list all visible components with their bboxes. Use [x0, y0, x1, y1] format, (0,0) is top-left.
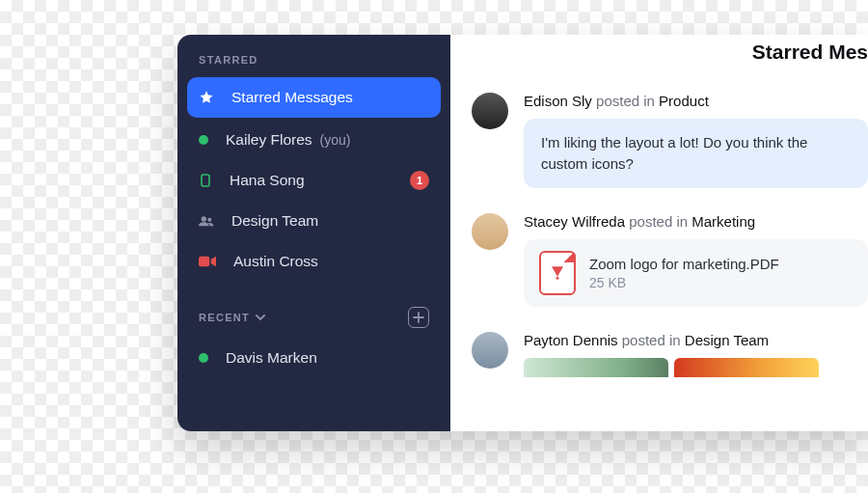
svg-rect-0	[202, 175, 209, 186]
add-recent-button[interactable]	[408, 307, 429, 328]
file-size: 25 KB	[589, 275, 779, 290]
sidebar-item-label: Design Team	[231, 212, 318, 230]
main-panel: Starred Mes Edison Sly posted in Product…	[450, 35, 868, 431]
post-author[interactable]: Stacey Wilfreda	[524, 213, 625, 230]
team-icon	[199, 214, 214, 228]
svg-point-2	[207, 218, 211, 222]
video-icon	[199, 255, 216, 268]
feed-post: Edison Sly posted in Product I'm liking …	[472, 93, 868, 188]
section-header-recent[interactable]: RECENT	[177, 303, 450, 338]
sidebar-item-kailey-flores[interactable]: Kailey Flores (you)	[177, 120, 450, 160]
you-marker: (you)	[320, 132, 351, 148]
post-verb: posted in	[596, 93, 655, 109]
image-thumbnail[interactable]	[674, 358, 819, 377]
sidebar-item-hana-song[interactable]: Hana Song 1	[177, 160, 450, 201]
sidebar-item-davis-marken[interactable]: Davis Marken	[177, 338, 450, 378]
section-header-label: STARRED	[199, 54, 258, 66]
post-header: Edison Sly posted in Product	[524, 93, 868, 109]
sidebar-item-label: Hana Song	[230, 172, 305, 189]
avatar	[472, 93, 508, 129]
file-attachment[interactable]: Zoom logo for marketing.PDF 25 KB	[524, 239, 868, 307]
message-feed: Edison Sly posted in Product I'm liking …	[450, 35, 868, 377]
post-header: Stacey Wilfreda posted in Marketing	[524, 213, 868, 230]
presence-online-icon	[199, 353, 208, 363]
presence-online-icon	[199, 135, 208, 145]
page-title: Starred Mes	[752, 41, 868, 64]
unread-badge: 1	[410, 171, 429, 190]
post-author[interactable]: Edison Sly	[524, 93, 592, 109]
post-context[interactable]: Product	[659, 93, 709, 109]
svg-rect-3	[199, 257, 209, 267]
post-author[interactable]: Payton Dennis	[524, 332, 618, 348]
section-header-starred: STARRED	[177, 50, 450, 75]
sidebar-item-starred-messages[interactable]: Starred Messages	[187, 77, 441, 118]
avatar	[472, 213, 508, 250]
image-strip[interactable]	[524, 358, 868, 377]
phone-presence-icon	[199, 174, 212, 187]
sidebar: STARRED Starred Messages Kailey Flores (…	[177, 35, 450, 431]
avatar	[472, 332, 508, 369]
sidebar-item-design-team[interactable]: Design Team	[177, 201, 450, 241]
feed-post: Payton Dennis posted in Design Team	[472, 332, 868, 377]
image-thumbnail[interactable]	[524, 358, 668, 377]
sidebar-item-label: Starred Messages	[231, 89, 353, 106]
post-context[interactable]: Marketing	[692, 213, 755, 230]
sidebar-item-label: Kailey Flores	[226, 131, 312, 149]
svg-point-1	[202, 216, 206, 221]
section-header-label: RECENT	[199, 312, 250, 323]
svg-point-4	[556, 276, 559, 279]
message-bubble[interactable]: I'm liking the layout a lot! Do you thin…	[524, 119, 868, 188]
plus-icon	[413, 312, 424, 323]
sidebar-item-austin-cross[interactable]: Austin Cross	[177, 241, 450, 282]
star-icon	[199, 90, 214, 105]
pdf-file-icon	[539, 251, 576, 295]
sidebar-item-label: Austin Cross	[233, 253, 318, 270]
post-context[interactable]: Design Team	[685, 332, 769, 348]
sidebar-item-label: Davis Marken	[226, 349, 317, 367]
app-window: STARRED Starred Messages Kailey Flores (…	[177, 35, 868, 431]
post-header: Payton Dennis posted in Design Team	[524, 332, 868, 348]
file-name: Zoom logo for marketing.PDF	[589, 256, 779, 272]
post-verb: posted in	[622, 332, 681, 348]
chevron-down-icon	[256, 313, 265, 322]
post-verb: posted in	[629, 213, 688, 230]
feed-post: Stacey Wilfreda posted in Marketing Zoom…	[472, 213, 868, 307]
